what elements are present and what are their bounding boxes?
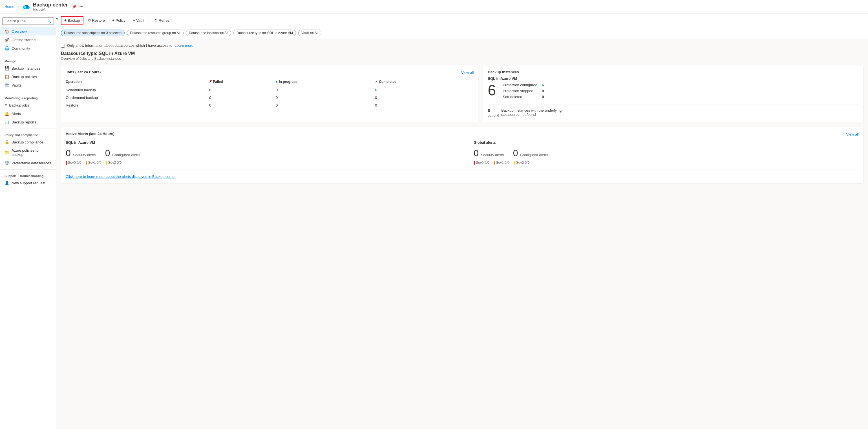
backup-button[interactable]: + Backup <box>61 16 84 25</box>
active-alerts-card: Active Alerts (last 24 Hours) View all S… <box>61 127 864 183</box>
sql-sev2-label: Sev2 0/0 <box>108 161 122 164</box>
bi-card-title: Backup instances <box>488 70 859 74</box>
alerts-learn-more-link[interactable]: Click here to learn more about the alert… <box>66 175 859 179</box>
sidebar-item-alerts[interactable]: 🔔 Alerts <box>0 110 56 118</box>
jobs-card: Jobs (last 24 Hours) View all Operation … <box>61 65 478 122</box>
global-sev0: Sev0 0/0 <box>474 161 489 164</box>
col-failed: ✗Failed <box>209 79 276 86</box>
svg-point-2 <box>24 6 27 8</box>
vault-button-label: Vault <box>136 18 144 23</box>
sidebar-label-community: Community <box>11 46 30 51</box>
datasource-access-row: Only show information about datasources … <box>61 43 864 48</box>
main-content: + Backup ↺ Restore + Policy + Vault ↻ Re… <box>56 13 868 429</box>
sidebar-item-backup-policies[interactable]: 📋 Backup policies <box>0 72 56 81</box>
collapse-sidebar-button[interactable]: « <box>54 16 56 22</box>
sql-alerts-title: SQL in Azure VM <box>66 141 451 145</box>
sidebar-item-new-support[interactable]: 👤 New support request <box>0 179 56 187</box>
app-subtitle: Microsoft <box>33 8 68 11</box>
refresh-button[interactable]: ↻ Refresh <box>151 17 175 24</box>
filter-subscription[interactable]: Datasource subscription == 3 selected <box>61 30 125 36</box>
restore-button-label: Restore <box>92 18 105 23</box>
backup-jobs-icon: ≡ <box>4 103 7 108</box>
sidebar-item-backup-instances[interactable]: 💾 Backup instances <box>0 64 56 72</box>
datasource-access-checkbox[interactable] <box>61 44 65 48</box>
global-sev1-label: Sev1 0/0 <box>496 161 509 164</box>
jobs-table: Operation ✗Failed ●In progress ✓Complete… <box>66 79 474 109</box>
breadcrumb-home[interactable]: Home <box>4 4 14 9</box>
bi-details: Protection configured 6 Protection stopp… <box>503 83 544 100</box>
table-row: On-demand backup 0 0 0 <box>66 94 474 101</box>
jobs-card-title: Jobs (last 24 Hours) <box>66 70 101 74</box>
sidebar: 🔍 « 🏠 Overview 🚀 Getting started 🌐 Commu… <box>0 13 56 429</box>
sidebar-item-vaults[interactable]: 🏛️ Vaults <box>0 81 56 89</box>
filter-resource-group[interactable]: Datasource resource group == All <box>127 30 184 36</box>
sql-sev2: Sev2 0/0 <box>106 161 122 164</box>
sidebar-item-backup-reports[interactable]: 📊 Backup reports <box>0 118 56 126</box>
refresh-icon: ↻ <box>154 18 158 23</box>
toolbar: + Backup ↺ Restore + Policy + Vault ↻ Re… <box>56 13 868 27</box>
global-alerts-title: Global alerts <box>474 141 859 145</box>
filter-location[interactable]: Datasource location == All <box>186 30 231 36</box>
cell-progress-restore: 0 <box>276 101 375 109</box>
sidebar-item-azure-policies[interactable]: 📁 Azure policies for backup <box>0 146 56 159</box>
cell-operation-restore: Restore <box>66 101 209 109</box>
bi-soft-deleted-label: Soft deleted <box>503 95 522 99</box>
sql-alerts-col: SQL in Azure VM 0 Security alerts 0 Conf… <box>66 141 451 164</box>
policy-plus-icon: + <box>112 18 115 23</box>
col-operation: Operation <box>66 79 209 86</box>
cell-completed-scheduled[interactable]: 6 <box>375 86 474 94</box>
sidebar-label-alerts: Alerts <box>11 112 21 116</box>
backup-instances-card: Backup instances SQL in Azure VM 6 Prote… <box>483 65 864 122</box>
sidebar-item-backup-compliance[interactable]: 🔒 Backup compliance <box>0 138 56 146</box>
pin-icon[interactable]: 📌 <box>72 4 77 9</box>
more-icon[interactable]: ••• <box>80 4 84 9</box>
community-icon: 🌐 <box>4 46 9 51</box>
bi-protection-configured-label: Protection configured <box>503 83 537 87</box>
jobs-view-all-link[interactable]: View all <box>461 70 474 75</box>
alerts-row: SQL in Azure VM 0 Security alerts 0 Conf… <box>66 141 859 164</box>
global-sev2-label: Sev2 0/0 <box>516 161 529 164</box>
global-sev0-bar <box>474 161 475 164</box>
breadcrumb-separator: › <box>18 5 19 9</box>
bi-protection-configured-value[interactable]: 6 <box>542 83 544 87</box>
top-bar: Home › Backup center Microsoft 📌 ••• <box>0 0 868 13</box>
vault-button[interactable]: + Vault <box>130 17 148 24</box>
datasource-access-label: Only show information about datasources … <box>67 43 173 48</box>
alerts-view-all-link[interactable]: View all <box>846 132 859 136</box>
global-sev1-bar <box>494 161 495 164</box>
sql-security-label: Security alerts <box>73 153 96 157</box>
sidebar-item-overview[interactable]: 🏠 Overview <box>0 27 56 35</box>
sidebar-label-azure-policies: Azure policies for backup <box>11 148 52 157</box>
global-configured-count: 0 <box>513 148 518 158</box>
sidebar-item-community[interactable]: 🌐 Community <box>0 44 56 53</box>
app-header: Backup center Microsoft 📌 ••• <box>22 2 84 11</box>
sidebar-item-backup-jobs[interactable]: ≡ Backup jobs <box>0 101 56 110</box>
sql-sev1: Sev1 0/0 <box>86 161 101 164</box>
sidebar-label-backup-compliance: Backup compliance <box>11 140 43 144</box>
alerts-divider <box>462 141 462 164</box>
vaults-icon: 🏛️ <box>4 83 9 87</box>
sidebar-label-backup-jobs: Backup jobs <box>9 103 29 108</box>
filter-datasource-type[interactable]: Datasource type == SQL in Azure VM <box>234 30 296 36</box>
sidebar-label-vaults: Vaults <box>11 83 22 87</box>
backup-compliance-icon: 🔒 <box>4 140 9 144</box>
sql-sev0-label: Sev0 0/0 <box>68 161 81 164</box>
sidebar-label-overview: Overview <box>11 29 27 34</box>
sidebar-item-protectable-ds[interactable]: 🛡️ Protectable datasources <box>0 159 56 167</box>
cell-operation-ondemand: On-demand backup <box>66 94 209 101</box>
cell-failed-scheduled: 0 <box>209 86 276 94</box>
learn-more-link[interactable]: Learn more. <box>175 43 194 48</box>
bi-bottom-out-of: out of 6 <box>488 114 499 118</box>
policy-button[interactable]: + Policy <box>109 17 129 24</box>
progress-icon: ● <box>276 80 278 84</box>
sev2-yellow-bar <box>106 161 107 164</box>
filter-vault[interactable]: Vault == All <box>298 30 321 36</box>
bi-big-number: 6 <box>488 83 496 97</box>
global-security-count: 0 <box>474 148 479 158</box>
sql-sev0: Sev0 0/0 <box>66 161 81 164</box>
sidebar-item-getting-started[interactable]: 🚀 Getting started <box>0 35 56 44</box>
col-completed: ✓Completed <box>375 79 474 86</box>
backup-instances-icon: 💾 <box>4 66 9 70</box>
restore-button[interactable]: ↺ Restore <box>85 17 108 24</box>
search-input[interactable] <box>2 18 54 25</box>
